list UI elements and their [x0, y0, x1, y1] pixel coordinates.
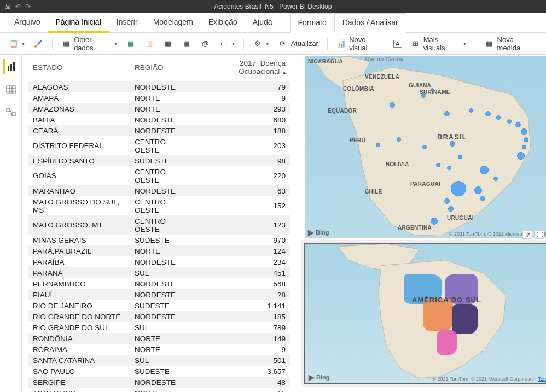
menu-formato[interactable]: Formato: [290, 13, 335, 33]
filled-map-visual[interactable]: AMÉRICA DO SUL ÁI ▶Bing © 2021 TomTom, ©…: [304, 243, 546, 384]
table-row[interactable]: PARAÍBANORDESTE234: [28, 256, 290, 267]
dataverse-button[interactable]: @: [197, 37, 213, 51]
nova-medida-button[interactable]: ▦Nova medida: [481, 33, 541, 54]
report-canvas[interactable]: ESTADO REGIÃO 2017_Doença Ocupacional ▴ …: [22, 55, 546, 392]
table-row[interactable]: GOIÁSCENTRO OESTE220: [28, 166, 290, 185]
map-bubble[interactable]: [390, 102, 395, 108]
region-sudeste[interactable]: [452, 304, 478, 334]
save-icon[interactable]: 🖫: [4, 3, 11, 10]
table-row[interactable]: BAHIANORDESTE680: [28, 114, 290, 125]
menu-modelagem[interactable]: Modelagem: [146, 13, 201, 33]
table-row[interactable]: RORAIMANORTE9: [28, 344, 290, 355]
col-estado[interactable]: ESTADO: [28, 56, 130, 81]
filter-icon[interactable]: ⧩: [522, 230, 532, 239]
table-row[interactable]: PARÁ,PA,BRAZILNORTE124: [28, 245, 290, 256]
novo-visual-button[interactable]: 📊Novo visual: [333, 33, 388, 54]
map-bubble[interactable]: [458, 155, 462, 159]
table-row[interactable]: RONDÔNIANORTE149: [28, 333, 290, 344]
map-bubble[interactable]: [474, 186, 482, 194]
map-bubble[interactable]: [376, 143, 380, 147]
table-row[interactable]: MARANHÃONORDESTE63: [28, 185, 290, 196]
scroll-up-icon[interactable]: ˆ: [282, 72, 290, 80]
undo-icon[interactable]: ↶: [15, 3, 21, 10]
map-bubble[interactable]: [485, 111, 491, 116]
map-bubble[interactable]: [431, 88, 434, 91]
table-row[interactable]: MATO GROSSO DO SUL, MSCENTRO OESTE152: [28, 196, 290, 215]
menu-arquivo[interactable]: Arquivo: [7, 13, 48, 33]
enter-data-button[interactable]: ▦: [178, 37, 195, 51]
table-row[interactable]: AMAZONASNORTE293: [28, 103, 290, 114]
map-bubble[interactable]: [524, 137, 528, 142]
excel-source-button[interactable]: ▤: [123, 37, 139, 51]
bubble-map-visual[interactable]: NICARÁGUA Mar do Caribe VENEZUELA COLÔMB…: [304, 56, 546, 238]
map-bubble[interactable]: [422, 145, 427, 149]
redo-icon[interactable]: ↷: [25, 3, 31, 10]
map-bubble[interactable]: [517, 152, 525, 160]
table-row[interactable]: DISTRITO FEDERALCENTRO OESTE203: [28, 136, 290, 155]
mais-visuais-button[interactable]: ⊞Mais visuais▾: [408, 33, 470, 54]
map-bubble[interactable]: [522, 145, 526, 149]
map-bubble[interactable]: [448, 206, 454, 212]
focus-mode-icon[interactable]: ⛶: [535, 230, 544, 239]
map-bubble[interactable]: [521, 128, 527, 135]
v-scrollbar[interactable]: ˆ ˇ: [282, 72, 290, 373]
menu-inserir[interactable]: Inserir: [109, 13, 146, 33]
text-box-button[interactable]: A: [390, 38, 405, 50]
table-row[interactable]: SÃO PAULOSUDESTE3.657: [28, 366, 290, 377]
col-2017[interactable]: 2017_Doença Ocupacional ▴: [194, 56, 290, 81]
data-view-button[interactable]: [3, 82, 19, 97]
scroll-down-icon[interactable]: ˇ: [282, 365, 290, 373]
paste-button[interactable]: 📋▾: [5, 37, 28, 51]
map-bubble[interactable]: [469, 108, 473, 113]
menu-dados-analisar[interactable]: Dados / Analisar: [335, 13, 406, 33]
map-bubble[interactable]: [493, 177, 498, 181]
workspace: ESTADO REGIÃO 2017_Doença Ocupacional ▴ …: [0, 55, 546, 392]
table-row[interactable]: MATO GROSSO, MTCENTRO OESTE123: [28, 215, 290, 235]
table-row[interactable]: RIO GRANDE DO NORTENORDESTE185: [28, 311, 290, 322]
table-row[interactable]: PIAUÍNORDESTE28: [28, 289, 290, 300]
pbi-dataset-button[interactable]: ▥: [141, 37, 158, 51]
map-bubble[interactable]: [431, 218, 438, 225]
recent-sources-button[interactable]: ▭▾: [216, 37, 238, 51]
transform-button[interactable]: ⚙▾: [249, 37, 272, 51]
table-row[interactable]: PARANÁSUL451: [28, 267, 290, 278]
table-row[interactable]: SERGIPENORDESTE48: [28, 377, 290, 388]
map-bubble[interactable]: [480, 166, 489, 174]
table-row[interactable]: ESPÍRITO SANTOSUDESTE98: [28, 155, 290, 166]
map-bubble[interactable]: [444, 111, 450, 116]
atualizar-button[interactable]: ⟳Atualizar: [274, 37, 322, 51]
terms-link[interactable]: Terms: [538, 376, 547, 382]
menu-ajuda[interactable]: Ajuda: [245, 13, 280, 33]
table-row[interactable]: RIO DE JANEIROSUDESTE1.141: [28, 300, 290, 311]
table-row[interactable]: MINAS GERAISSUDESTE970: [28, 235, 290, 245]
map-bubble[interactable]: [397, 137, 401, 142]
map-bubble[interactable]: [507, 119, 512, 124]
map-bubble-largest[interactable]: [451, 181, 466, 196]
report-view-icon: [7, 62, 16, 72]
model-view-button[interactable]: [3, 105, 19, 120]
map-bubble[interactable]: [447, 166, 451, 170]
sql-source-button[interactable]: ▦: [160, 37, 176, 51]
report-view-button[interactable]: [3, 59, 19, 74]
table-row[interactable]: TOCANTINSNORTE15: [28, 388, 290, 392]
table-row[interactable]: AMAPÁNORTE9: [28, 92, 290, 103]
col-regiao[interactable]: REGIÃO: [130, 56, 194, 81]
table-row[interactable]: CEARÁNORDESTE188: [28, 125, 290, 136]
table-row[interactable]: PERNAMBUCONORDESTE568: [28, 278, 290, 289]
map-bubble[interactable]: [444, 198, 450, 204]
map-bubble[interactable]: [450, 141, 455, 147]
table-row[interactable]: ALAGOASNORDESTE79: [28, 81, 290, 93]
table-visual[interactable]: ESTADO REGIÃO 2017_Doença Ocupacional ▴ …: [28, 56, 290, 384]
format-painter-button[interactable]: 🖌️: [30, 37, 47, 51]
region-sul[interactable]: [437, 330, 457, 355]
map-bubble[interactable]: [421, 93, 426, 98]
map-bubble[interactable]: [515, 122, 521, 127]
menu-pagina-inicial[interactable]: Página Inicial: [48, 13, 108, 33]
table-row[interactable]: SANTA CATARINASUL501: [28, 355, 290, 366]
menu-exibicao[interactable]: Exibição: [201, 13, 245, 33]
map-bubble[interactable]: [480, 196, 485, 201]
table-row[interactable]: RIO GRANDE DO SULSUL789: [28, 322, 290, 333]
map-bubble[interactable]: [436, 163, 440, 167]
obter-dados-button[interactable]: ▦Obter dados▾: [58, 33, 120, 54]
map-bubble[interactable]: [496, 115, 501, 120]
